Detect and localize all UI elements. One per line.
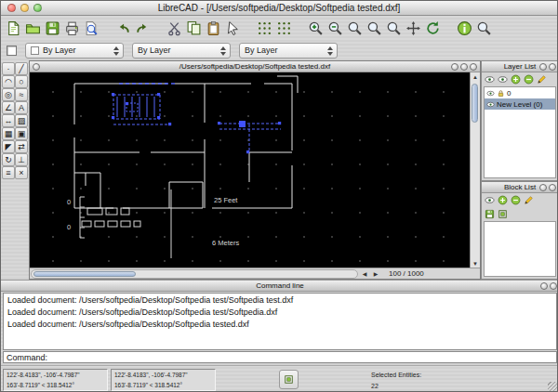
pen-color-select[interactable]: By Layer [25, 43, 124, 59]
block-tool-button[interactable]: ▣ [15, 127, 28, 140]
scroll-up-icon[interactable]: ▲ [471, 72, 480, 83]
selected-entities[interactable] [112, 84, 281, 153]
layer-panel-titlebar[interactable]: Layer List [482, 61, 558, 72]
scroll-right-icon[interactable]: ▶ [370, 268, 381, 280]
open-file-button[interactable] [23, 17, 43, 39]
cut-button[interactable] [165, 17, 184, 39]
resize-grip[interactable] [548, 382, 558, 392]
selection-pointer-button[interactable] [223, 17, 243, 39]
toggle-all-layers-visibility-button[interactable] [484, 73, 496, 85]
measure-tool-button[interactable]: ≡ [2, 166, 15, 179]
dimension-tool-button[interactable]: ↔ [2, 114, 15, 127]
remove-layer-button[interactable] [523, 73, 535, 85]
vertical-scrollbar[interactable]: ▲ ▼ [470, 72, 480, 269]
drawing-canvas[interactable]: 0 0 25 Feet 6 Meters [30, 72, 472, 269]
toggle-all-blocks-visibility-button[interactable] [484, 194, 496, 206]
insert-block-button[interactable] [497, 208, 509, 220]
grid-toggle-button[interactable] [255, 17, 274, 39]
document-minimize-button[interactable] [451, 63, 458, 71]
edit-block-button[interactable] [523, 194, 535, 206]
measure-button[interactable] [474, 17, 494, 39]
horizontal-scrollbar[interactable] [31, 269, 358, 279]
text-tool-button[interactable]: A [15, 101, 28, 114]
copy-button[interactable] [184, 17, 204, 39]
document-menu-button[interactable] [33, 63, 40, 71]
vertical-scroll-thumb[interactable] [472, 84, 478, 123]
float-block-panel-button[interactable] [539, 184, 547, 191]
pen-width-select[interactable]: By Layer [132, 43, 231, 59]
hatch-tool-button[interactable]: ▨ [15, 114, 28, 127]
float-command-panel-button[interactable] [540, 282, 548, 290]
print-button[interactable] [62, 17, 82, 39]
command-history[interactable]: Loaded document: /Users/softpedia/Deskto… [3, 293, 557, 350]
point-tool-button[interactable]: · [2, 62, 15, 75]
zoom-previous-button[interactable] [365, 17, 384, 39]
pen-linetype-select[interactable]: By Layer [239, 43, 338, 59]
trim-tool-button[interactable]: ⊥ [15, 153, 28, 166]
toggle-layer-visibility-button[interactable] [497, 73, 509, 85]
document-titlebar[interactable]: /Users/softpedia/Desktop/Softpedia teste… [30, 61, 480, 72]
layer-lock-icon[interactable] [497, 89, 505, 98]
save-block-button[interactable] [484, 208, 496, 220]
spline-tool-button[interactable]: ≈ [15, 88, 28, 101]
redo-button[interactable] [133, 17, 153, 39]
zoom-pan-button[interactable] [404, 17, 423, 39]
select-tool-button[interactable]: ◤ [2, 140, 15, 153]
undo-button[interactable] [113, 17, 133, 39]
draft-mode-button[interactable] [274, 17, 294, 39]
zoom-auto-button[interactable] [345, 17, 365, 39]
line-tool-button[interactable]: ╱ [15, 62, 28, 75]
remove-block-button[interactable] [510, 194, 522, 206]
redraw-button[interactable] [423, 17, 443, 39]
add-block-button[interactable] [497, 194, 509, 206]
block-list[interactable] [484, 221, 556, 277]
polyline-icon: ∠ [5, 104, 12, 112]
horizontal-scroll-thumb[interactable] [33, 271, 136, 277]
zoom-window-button[interactable] [384, 17, 404, 39]
info-button[interactable] [455, 17, 474, 39]
layer-row-new-level[interactable]: New Level (0) [485, 98, 555, 110]
delete-tool-button[interactable]: × [15, 166, 28, 179]
document-restore-button[interactable] [460, 63, 468, 71]
close-layer-panel-button[interactable] [549, 63, 556, 71]
zoom-in-button[interactable] [306, 17, 326, 39]
add-layer-button[interactable] [510, 73, 522, 85]
layer-visibility-icon[interactable] [486, 89, 495, 98]
ellipse-tool-button[interactable]: ◎ [2, 88, 15, 101]
print-preview-button[interactable] [82, 17, 101, 39]
document-close-button[interactable] [470, 63, 477, 71]
selected-entities-label: Selected Entities: [371, 370, 421, 381]
move-tool-button[interactable]: ⇄ [15, 140, 28, 153]
entity-grip-points [112, 93, 281, 153]
polyline-tool-button[interactable]: ∠ [2, 101, 15, 114]
save-button[interactable] [43, 17, 62, 39]
window-titlebar[interactable]: LibreCAD - [/Users/softpedia/Desktop/Sof… [1, 1, 557, 16]
command-input[interactable] [51, 352, 553, 362]
rotate-tool-button[interactable]: ↻ [2, 153, 15, 166]
zoom-out-button[interactable] [326, 17, 345, 39]
minus-icon [524, 74, 534, 85]
paste-button[interactable] [204, 17, 223, 39]
circle-tool-button[interactable]: ○ [15, 75, 28, 88]
dimension-icon: ↔ [5, 117, 13, 125]
layer-visibility-icon[interactable] [486, 100, 495, 109]
command-panel-titlebar[interactable]: Command line [1, 281, 558, 292]
close-block-panel-button[interactable] [549, 184, 556, 191]
save-icon [45, 20, 60, 36]
pen-color-swatch[interactable] [7, 46, 17, 56]
snap-settings-button[interactable] [279, 370, 299, 389]
zoom-window-button[interactable] [33, 4, 42, 12]
arc-tool-button[interactable]: ◠ [2, 75, 15, 88]
close-window-button[interactable] [7, 4, 16, 12]
new-file-button[interactable] [4, 17, 23, 39]
image-tool-button[interactable]: ▦ [2, 127, 15, 140]
edit-layer-button[interactable] [536, 73, 548, 85]
minimize-window-button[interactable] [20, 4, 29, 12]
float-layer-panel-button[interactable] [539, 63, 547, 71]
close-command-panel-button[interactable] [550, 282, 557, 290]
layer-row-0[interactable]: 0 [485, 87, 555, 98]
layer-list[interactable]: 0 New Level (0) [484, 86, 556, 178]
block-panel-toolbar-row1 [482, 193, 558, 207]
scroll-left-icon[interactable]: ◀ [359, 268, 370, 280]
block-panel-titlebar[interactable]: Block List [482, 182, 558, 193]
